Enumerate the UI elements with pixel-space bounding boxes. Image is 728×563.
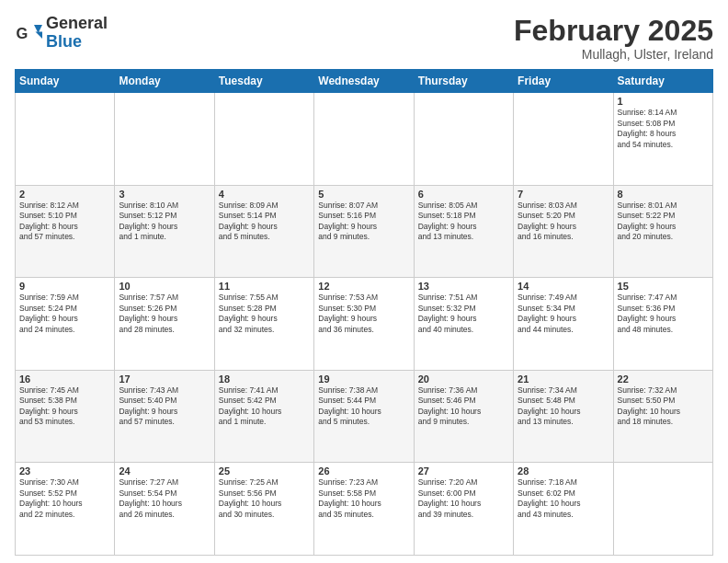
day-info: Sunrise: 8:03 AM Sunset: 5:20 PM Dayligh…: [518, 201, 609, 243]
day-info: Sunrise: 8:05 AM Sunset: 5:18 PM Dayligh…: [418, 201, 509, 243]
calendar-cell: 4Sunrise: 8:09 AM Sunset: 5:14 PM Daylig…: [214, 185, 313, 278]
col-sunday: Sunday: [16, 70, 115, 93]
location: Mullagh, Ulster, Ireland: [514, 47, 713, 62]
logo-line2: Blue: [46, 33, 108, 52]
calendar-cell: [115, 93, 214, 186]
day-info: Sunrise: 7:51 AM Sunset: 5:32 PM Dayligh…: [418, 293, 509, 335]
day-info: Sunrise: 7:25 AM Sunset: 5:56 PM Dayligh…: [219, 477, 310, 520]
day-number: 16: [19, 373, 110, 385]
calendar-cell: 16Sunrise: 7:45 AM Sunset: 5:38 PM Dayli…: [16, 370, 115, 463]
day-number: 4: [219, 189, 310, 200]
day-info: Sunrise: 7:41 AM Sunset: 5:42 PM Dayligh…: [219, 385, 310, 428]
day-number: 18: [219, 373, 310, 385]
calendar-cell: 18Sunrise: 7:41 AM Sunset: 5:42 PM Dayli…: [214, 370, 313, 463]
calendar-cell: 24Sunrise: 7:27 AM Sunset: 5:54 PM Dayli…: [115, 463, 214, 556]
day-number: 27: [418, 465, 509, 477]
calendar-cell: [613, 463, 712, 556]
day-number: 17: [119, 373, 210, 385]
calendar-cell: [414, 93, 513, 186]
svg-text:G: G: [17, 25, 28, 41]
calendar-cell: 27Sunrise: 7:20 AM Sunset: 6:00 PM Dayli…: [414, 463, 513, 556]
calendar-cell: 19Sunrise: 7:38 AM Sunset: 5:44 PM Dayli…: [314, 370, 414, 463]
day-info: Sunrise: 7:23 AM Sunset: 5:58 PM Dayligh…: [318, 477, 409, 520]
calendar-header-row: Sunday Monday Tuesday Wednesday Thursday…: [16, 70, 713, 93]
week-row-2: 2Sunrise: 8:12 AM Sunset: 5:10 PM Daylig…: [16, 185, 713, 278]
calendar-cell: [514, 93, 613, 186]
day-number: 8: [618, 189, 709, 200]
day-info: Sunrise: 7:18 AM Sunset: 6:02 PM Dayligh…: [518, 477, 609, 520]
day-info: Sunrise: 7:57 AM Sunset: 5:26 PM Dayligh…: [119, 293, 210, 335]
logo-text: General Blue: [46, 15, 108, 52]
day-number: 25: [219, 465, 310, 477]
calendar-cell: 25Sunrise: 7:25 AM Sunset: 5:56 PM Dayli…: [214, 463, 313, 556]
calendar-cell: 13Sunrise: 7:51 AM Sunset: 5:32 PM Dayli…: [414, 278, 513, 371]
week-row-3: 9Sunrise: 7:59 AM Sunset: 5:24 PM Daylig…: [16, 278, 713, 371]
week-row-4: 16Sunrise: 7:45 AM Sunset: 5:38 PM Dayli…: [16, 370, 713, 463]
calendar-cell: 5Sunrise: 8:07 AM Sunset: 5:16 PM Daylig…: [314, 185, 414, 278]
calendar-cell: 28Sunrise: 7:18 AM Sunset: 6:02 PM Dayli…: [514, 463, 613, 556]
col-tuesday: Tuesday: [214, 70, 313, 93]
page: G General Blue February 2025 Mullagh, Ul…: [0, 0, 728, 563]
calendar-cell: 10Sunrise: 7:57 AM Sunset: 5:26 PM Dayli…: [115, 278, 214, 371]
day-info: Sunrise: 7:34 AM Sunset: 5:48 PM Dayligh…: [518, 385, 609, 428]
day-number: 15: [618, 281, 709, 292]
day-info: Sunrise: 7:45 AM Sunset: 5:38 PM Dayligh…: [19, 385, 110, 428]
day-info: Sunrise: 7:20 AM Sunset: 6:00 PM Dayligh…: [418, 477, 509, 520]
day-info: Sunrise: 8:01 AM Sunset: 5:22 PM Dayligh…: [618, 201, 709, 243]
day-number: 6: [418, 189, 509, 200]
calendar-cell: 17Sunrise: 7:43 AM Sunset: 5:40 PM Dayli…: [115, 370, 214, 463]
day-number: 19: [318, 373, 409, 385]
calendar-cell: 3Sunrise: 8:10 AM Sunset: 5:12 PM Daylig…: [115, 185, 214, 278]
day-number: 12: [318, 281, 409, 292]
logo-icon: G: [15, 19, 42, 47]
day-number: 24: [119, 465, 210, 477]
calendar-cell: 22Sunrise: 7:32 AM Sunset: 5:50 PM Dayli…: [613, 370, 712, 463]
day-info: Sunrise: 7:32 AM Sunset: 5:50 PM Dayligh…: [618, 385, 709, 428]
col-thursday: Thursday: [414, 70, 513, 93]
day-info: Sunrise: 7:36 AM Sunset: 5:46 PM Dayligh…: [418, 385, 509, 428]
day-number: 1: [618, 96, 709, 107]
day-info: Sunrise: 7:49 AM Sunset: 5:34 PM Dayligh…: [518, 293, 609, 335]
calendar-cell: 7Sunrise: 8:03 AM Sunset: 5:20 PM Daylig…: [514, 185, 613, 278]
calendar-cell: [214, 93, 313, 186]
day-number: 20: [418, 373, 509, 385]
day-number: 28: [518, 465, 609, 477]
calendar-table: Sunday Monday Tuesday Wednesday Thursday…: [15, 69, 713, 556]
day-number: 23: [19, 465, 110, 477]
day-number: 21: [518, 373, 609, 385]
week-row-5: 23Sunrise: 7:30 AM Sunset: 5:52 PM Dayli…: [16, 463, 713, 556]
day-number: 10: [119, 281, 210, 292]
day-info: Sunrise: 8:07 AM Sunset: 5:16 PM Dayligh…: [318, 201, 409, 243]
logo-line1: General: [46, 15, 108, 33]
day-info: Sunrise: 7:27 AM Sunset: 5:54 PM Dayligh…: [119, 477, 210, 520]
week-row-1: 1Sunrise: 8:14 AM Sunset: 5:08 PM Daylig…: [16, 93, 713, 186]
svg-marker-2: [36, 31, 43, 39]
calendar-cell: [314, 93, 414, 186]
day-info: Sunrise: 7:43 AM Sunset: 5:40 PM Dayligh…: [119, 385, 210, 428]
day-number: 14: [518, 281, 609, 292]
calendar-cell: [16, 93, 115, 186]
calendar-cell: 12Sunrise: 7:53 AM Sunset: 5:30 PM Dayli…: [314, 278, 414, 371]
day-info: Sunrise: 8:09 AM Sunset: 5:14 PM Dayligh…: [219, 201, 310, 243]
col-saturday: Saturday: [613, 70, 712, 93]
day-number: 3: [119, 189, 210, 200]
day-number: 7: [518, 189, 609, 200]
calendar-cell: 15Sunrise: 7:47 AM Sunset: 5:36 PM Dayli…: [613, 278, 712, 371]
day-info: Sunrise: 7:53 AM Sunset: 5:30 PM Dayligh…: [318, 293, 409, 335]
col-friday: Friday: [514, 70, 613, 93]
day-info: Sunrise: 7:30 AM Sunset: 5:52 PM Dayligh…: [19, 477, 110, 520]
day-number: 13: [418, 281, 509, 292]
day-info: Sunrise: 7:38 AM Sunset: 5:44 PM Dayligh…: [318, 385, 409, 428]
calendar-cell: 8Sunrise: 8:01 AM Sunset: 5:22 PM Daylig…: [613, 185, 712, 278]
calendar-cell: 21Sunrise: 7:34 AM Sunset: 5:48 PM Dayli…: [514, 370, 613, 463]
day-info: Sunrise: 7:55 AM Sunset: 5:28 PM Dayligh…: [219, 293, 310, 335]
calendar-cell: 14Sunrise: 7:49 AM Sunset: 5:34 PM Dayli…: [514, 278, 613, 371]
day-info: Sunrise: 7:47 AM Sunset: 5:36 PM Dayligh…: [618, 293, 709, 335]
calendar-cell: 1Sunrise: 8:14 AM Sunset: 5:08 PM Daylig…: [613, 93, 712, 186]
logo: G General Blue: [15, 15, 108, 52]
day-info: Sunrise: 8:14 AM Sunset: 5:08 PM Dayligh…: [618, 108, 709, 150]
day-number: 26: [318, 465, 409, 477]
day-info: Sunrise: 8:10 AM Sunset: 5:12 PM Dayligh…: [119, 201, 210, 243]
month-title: February 2025: [514, 15, 713, 47]
day-info: Sunrise: 7:59 AM Sunset: 5:24 PM Dayligh…: [19, 293, 110, 335]
